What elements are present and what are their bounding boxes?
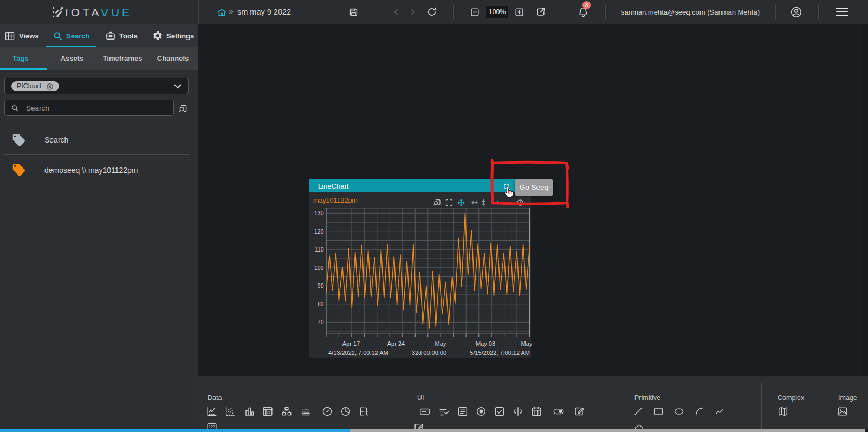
svg-text:Apr 17: Apr 17: [342, 340, 360, 347]
svg-text:May 08: May 08: [476, 340, 495, 347]
svg-text:120: 120: [314, 228, 324, 235]
svg-text:90: 90: [318, 282, 324, 289]
svg-text:May: May: [521, 340, 533, 347]
svg-text:4/13/2022, 7:00:12 AM: 4/13/2022, 7:00:12 AM: [328, 350, 388, 356]
svg-text:70: 70: [318, 319, 324, 325]
svg-text:100: 100: [314, 265, 324, 271]
svg-text:110: 110: [315, 246, 324, 253]
svg-text:32d 00:00:00: 32d 00:00:00: [412, 350, 446, 356]
svg-text:123: 123: [209, 425, 215, 429]
svg-text:130: 130: [314, 210, 324, 216]
svg-text:May: May: [435, 340, 446, 347]
svg-text:5/15/2022, 7:00:12 AM: 5/15/2022, 7:00:12 AM: [470, 350, 530, 356]
svg-text:80: 80: [318, 301, 324, 307]
svg-text:Apr 24: Apr 24: [387, 340, 405, 347]
